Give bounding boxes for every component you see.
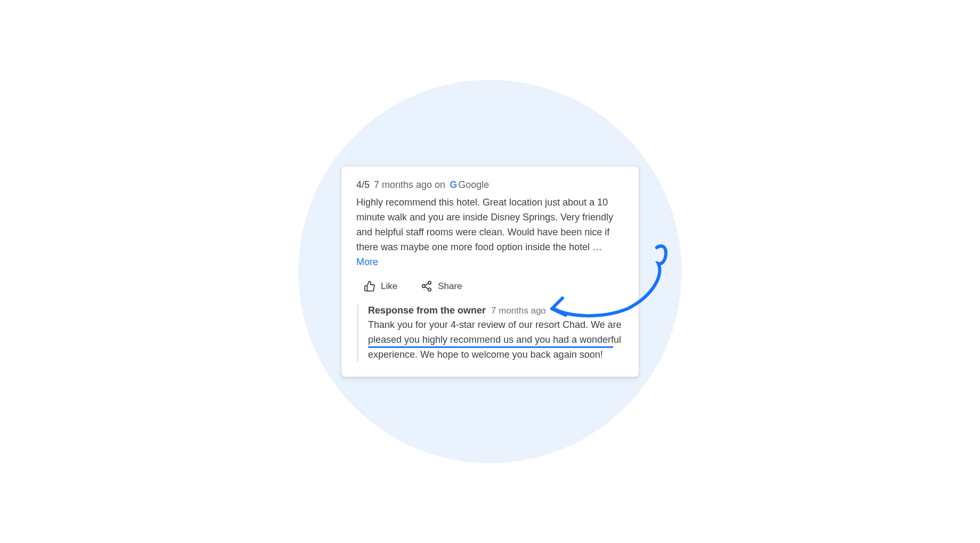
thumbs-up-icon: [364, 281, 375, 292]
arrow-annotation-icon: [548, 234, 675, 335]
source-name: Google: [458, 179, 489, 191]
owner-time: 7 months ago: [491, 306, 546, 316]
share-icon: [421, 281, 432, 292]
share-label: Share: [438, 281, 462, 292]
svg-line-3: [425, 287, 428, 289]
rating-text: 4/5: [356, 179, 370, 191]
share-button[interactable]: Share: [421, 281, 462, 292]
owner-label: Response from the owner: [368, 305, 486, 316]
like-label: Like: [381, 281, 397, 292]
review-time: 7 months ago on: [374, 179, 445, 191]
google-logo-icon: G: [450, 179, 456, 191]
like-button[interactable]: Like: [364, 281, 397, 292]
highlight-underline: [368, 347, 613, 348]
svg-line-4: [425, 283, 428, 285]
more-link[interactable]: More: [356, 257, 378, 268]
review-meta: 4/5 7 months ago on G Google: [356, 179, 624, 191]
